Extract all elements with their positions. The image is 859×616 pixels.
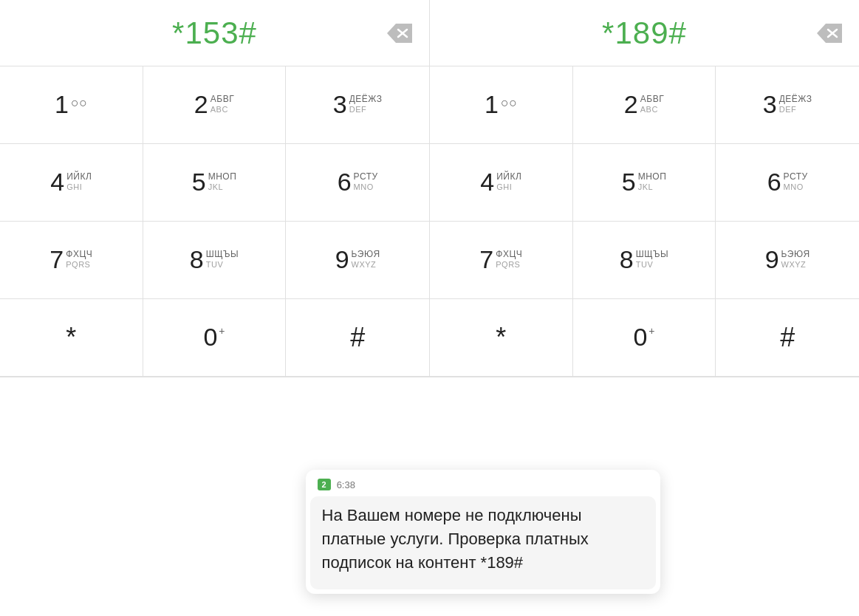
key-digit-label: 5 (622, 168, 636, 196)
key-letters-group: ИЙКЛGHI (496, 168, 521, 191)
dialer-2-key-*[interactable]: * (430, 299, 573, 377)
key-plus-label: + (219, 325, 225, 337)
key-letters-group: ШЩЪЫTUV (636, 246, 668, 269)
key-latin-letters: GHI (66, 182, 92, 191)
key-content-wrap: 6РСТУMNO (338, 168, 378, 196)
dialer-1-key-6[interactable]: 6РСТУMNO (286, 144, 429, 222)
dialer-1-key-8[interactable]: 8ШЩЪЫTUV (143, 222, 287, 299)
key-0-content: 0+ (203, 324, 225, 351)
key-content-wrap: 9ЬЭЮЯWXYZ (335, 246, 380, 273)
key-digit-label: 7 (49, 246, 64, 273)
key-latin-letters: PQRS (66, 260, 92, 269)
dialer-1-backspace-button[interactable] (381, 18, 418, 49)
dialer-2-key-0[interactable]: 0+ (573, 299, 716, 377)
key-digit-label: 4 (50, 168, 64, 196)
key-cyrillic-letters: РСТУ (784, 171, 808, 182)
key-letters-group: МНОПJKL (208, 168, 237, 191)
notification-popup: 26:38На Вашем номере не подключены платн… (306, 470, 660, 594)
key-digit-label: 2 (194, 91, 208, 118)
key-latin-letters: PQRS (496, 260, 522, 269)
dialer-2-key-#[interactable]: # (716, 299, 859, 377)
dialer-2-key-9[interactable]: 9ЬЭЮЯWXYZ (716, 222, 859, 299)
dialer-2-key-4[interactable]: 4ИЙКЛGHI (430, 144, 573, 222)
key-letters-group: РСТУMNO (354, 168, 378, 191)
dialer-2-key-1[interactable]: 1○○ (430, 66, 573, 144)
dialer-2-key-5[interactable]: 5МНОПJKL (573, 144, 716, 222)
dialer-1-key-1[interactable]: 1○○ (0, 66, 143, 144)
key-cyrillic-letters: АБВГ (211, 94, 234, 104)
key-cyrillic-letters: ШЩЪЫ (206, 249, 239, 259)
dialer-1-key-3[interactable]: 3ДЕЁЖЗDEF (286, 66, 429, 144)
dialer-1-keypad: 1○○2АБВГABC3ДЕЁЖЗDEF4ИЙКЛGHI5МНОПJKL6РСТ… (0, 66, 429, 377)
key-content-wrap: 2АБВГABC (624, 91, 664, 118)
key-latin-letters: MNO (354, 182, 378, 191)
sim-badge: 2 (318, 479, 331, 490)
dialer-1-key-4[interactable]: 4ИЙКЛGHI (0, 144, 143, 222)
key-digit-label: 3 (763, 91, 777, 118)
key-digit-label: 0 (633, 324, 647, 351)
key-content-wrap: 4ИЙКЛGHI (50, 168, 92, 196)
key-letters-group: ИЙКЛGHI (66, 168, 92, 191)
dialer-2-key-6[interactable]: 6РСТУMNO (716, 144, 859, 222)
key-digit-label: 9 (765, 246, 779, 273)
dialer-1-key-0[interactable]: 0+ (143, 299, 287, 377)
key-latin-letters: TUV (206, 260, 239, 269)
key-1-content: 1○○ (55, 91, 88, 118)
key-digit-label: 1 (55, 91, 69, 118)
key-letters-group: ФХЦЧPQRS (66, 246, 92, 269)
key-latin-letters: ABC (640, 105, 664, 114)
dialer-2-key-3[interactable]: 3ДЕЁЖЗDEF (716, 66, 859, 144)
key-cyrillic-letters: МНОП (638, 171, 667, 182)
dialer-1-key-2[interactable]: 2АБВГABC (143, 66, 287, 144)
key-cyrillic-letters: ИЙКЛ (66, 171, 92, 182)
key-digit-label: 8 (620, 246, 634, 273)
key-content-wrap: 2АБВГABC (194, 91, 234, 118)
key-letters-group: ШЩЪЫTUV (206, 246, 239, 269)
dialers-container: *153# 1○○2АБВГABC3ДЕЁЖЗDEF4ИЙКЛGHI5МНОПJ… (0, 0, 859, 377)
key-cyrillic-letters: ФХЦЧ (496, 249, 522, 259)
notification-body: На Вашем номере не подключены платные ус… (310, 496, 656, 589)
key-latin-letters: JKL (208, 182, 237, 191)
key-letters-group: АБВГABC (640, 91, 664, 114)
key-voicemail-icon: ○○ (71, 91, 88, 111)
dialer-1-key-5[interactable]: 5МНОПJKL (143, 144, 287, 222)
key-digit-label: 8 (190, 246, 204, 273)
key-content-wrap: 8ШЩЪЫTUV (620, 246, 668, 273)
dialer-2-header: *189# (430, 0, 859, 66)
dialer-2-key-2[interactable]: 2АБВГABC (573, 66, 716, 144)
key-letters-group: АБВГABC (211, 91, 234, 114)
dialer-2-key-7[interactable]: 7ФХЦЧPQRS (430, 222, 573, 299)
key-cyrillic-letters: ИЙКЛ (496, 171, 521, 182)
notification-text: На Вашем номере не подключены платные ус… (322, 504, 644, 575)
dialer-1-header: *153# (0, 0, 429, 66)
key-digit-label: * (496, 322, 506, 353)
key-digit-label: # (780, 322, 795, 353)
key-latin-letters: GHI (496, 182, 521, 191)
key-letters-group: ФХЦЧPQRS (496, 246, 522, 269)
dialer-2-key-8[interactable]: 8ШЩЪЫTUV (573, 222, 716, 299)
key-latin-letters: ABC (211, 105, 234, 114)
dialer-1-key-#[interactable]: # (286, 299, 429, 377)
dialer-1-key-7[interactable]: 7ФХЦЧPQRS (0, 222, 143, 299)
key-cyrillic-letters: РСТУ (354, 171, 378, 182)
key-content-wrap: 5МНОПJKL (622, 168, 667, 196)
key-latin-letters: DEF (349, 105, 383, 114)
key-digit-label: # (350, 322, 365, 353)
key-content-wrap: 5МНОПJKL (192, 168, 237, 196)
dialer-1-key-*[interactable]: * (0, 299, 143, 377)
key-content-wrap: 6РСТУMNO (767, 168, 808, 196)
key-digit-label: 9 (335, 246, 349, 273)
notification-time: 6:38 (337, 479, 355, 490)
dialer-1: *153# 1○○2АБВГABC3ДЕЁЖЗDEF4ИЙКЛGHI5МНОПJ… (0, 0, 430, 377)
dialer-2-backspace-button[interactable] (811, 18, 848, 49)
key-letters-group: ЬЭЮЯWXYZ (352, 246, 380, 269)
key-digit-label: 1 (485, 91, 499, 118)
dialer-2-keypad: 1○○2АБВГABC3ДЕЁЖЗDEF4ИЙКЛGHI5МНОПJKL6РСТ… (430, 66, 859, 377)
notification-header: 26:38 (306, 470, 660, 496)
dialer-1-key-9[interactable]: 9ЬЭЮЯWXYZ (286, 222, 429, 299)
key-letters-group: ДЕЁЖЗDEF (779, 91, 812, 114)
key-content-wrap: 3ДЕЁЖЗDEF (333, 91, 383, 118)
key-content-wrap: 7ФХЦЧPQRS (479, 246, 522, 273)
key-content-wrap: 8ШЩЪЫTUV (190, 246, 239, 273)
key-cyrillic-letters: АБВГ (640, 94, 664, 104)
